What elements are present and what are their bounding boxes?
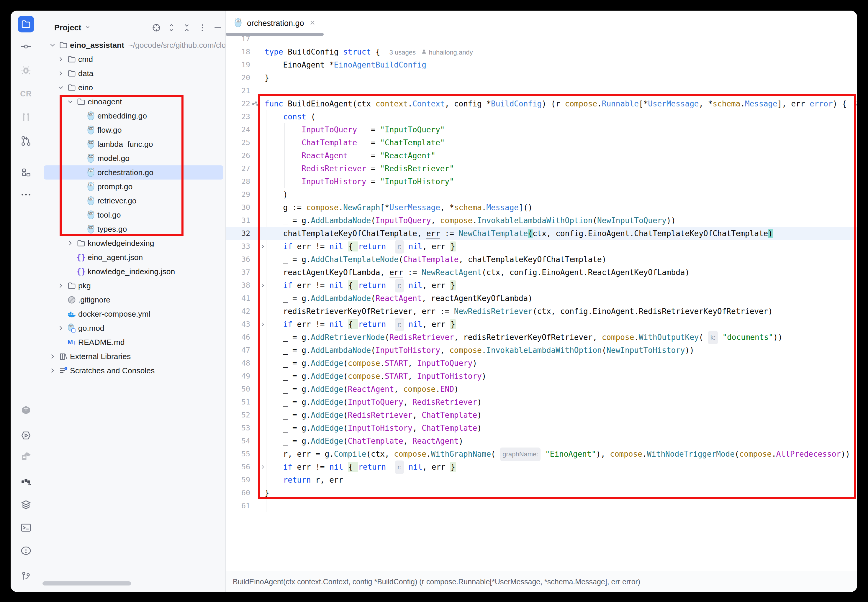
tree-item-docker-compose-yml[interactable]: docker-compose.yml: [41, 307, 225, 321]
tree-item-go-mod[interactable]: go.mod: [41, 321, 225, 335]
tree-item-prompt-go[interactable]: prompt.go: [41, 180, 225, 194]
chevron-right-icon[interactable]: [57, 55, 65, 63]
tree-item-eino-assistant[interactable]: eino_assistant~/gocode/src/github.com/cl…: [41, 38, 225, 52]
chevron-down-icon[interactable]: [66, 98, 74, 106]
code-line-26[interactable]: 26 ReactAgent = "ReactAgent": [226, 149, 857, 162]
tree-item-orchestration-go[interactable]: orchestration.go: [41, 165, 225, 180]
code-line-27[interactable]: 27 RedisRetriever = "RedisRetriever": [226, 162, 857, 175]
terminal-tool-button[interactable]: [18, 519, 34, 536]
tree-item-eino[interactable]: eino: [41, 80, 225, 95]
tree-item-knowledge-indexing-json[interactable]: {}knowledge_indexing.json: [41, 264, 225, 279]
project-panel-horizontal-scrollbar[interactable]: [43, 581, 131, 585]
chevron-right-icon[interactable]: [49, 353, 56, 360]
tree-item-knowledgeindexing[interactable]: knowledgeindexing: [41, 236, 225, 250]
code-line-54[interactable]: 54 _ = g.AddEdge(ChatTemplate, ReactAgen…: [226, 435, 857, 447]
code-line-49[interactable]: 49 _ = g.AddEdge(compose.START, InputToH…: [226, 370, 857, 382]
tree-item-embedding-go[interactable]: embedding.go: [41, 109, 225, 123]
code-line-41[interactable]: 41 _ = g.AddLambdaNode(ReactAgent, react…: [226, 292, 857, 305]
services-tool-button[interactable]: [18, 496, 34, 513]
structure-tool-button[interactable]: [18, 164, 34, 181]
code-vision-gutter-icon[interactable]: [252, 100, 259, 108]
chevron-right-icon[interactable]: [66, 240, 74, 247]
code-line-52[interactable]: 52 _ = g.AddEdge(RedisRetriever, ChatTem…: [226, 408, 857, 422]
tree-item-eino-agent-json[interactable]: {}eino_agent.json: [41, 250, 225, 264]
code-review-tool-button[interactable]: CR: [18, 86, 34, 102]
code-line-51[interactable]: 51 _ = g.AddEdge(InputToQuery, RedisRetr…: [226, 396, 857, 408]
tab-orchestration-go[interactable]: orchestration.go: [230, 11, 320, 36]
author-inlay[interactable]: huhailong.andy: [427, 49, 472, 56]
chevron-right-icon[interactable]: [57, 69, 65, 77]
project-panel-title-dropdown[interactable]: Project: [54, 21, 91, 34]
code-line-37[interactable]: 37 reactAgentKeyOfLambda, err := NewReac…: [226, 266, 857, 279]
code-line-18[interactable]: 18type BuildConfig struct { 3 usages huh…: [226, 45, 857, 58]
panel-options-button[interactable]: [197, 21, 208, 34]
tree-item--gitignore[interactable]: .gitignore: [41, 293, 225, 307]
code-line-46[interactable]: 46 _ = g.AddRetrieverNode(RedisRetriever…: [226, 331, 857, 344]
code-line-47[interactable]: 47 _ = g.AddLambdaNode(InputToHistory, c…: [226, 344, 857, 357]
tree-item-einoagent[interactable]: einoagent: [41, 95, 225, 109]
chevron-right-icon[interactable]: [49, 367, 56, 375]
vcs-graph-tool-button[interactable]: [18, 133, 34, 149]
code-line-43[interactable]: 43 if err != nil { return r: nil, err }: [226, 318, 857, 331]
tree-item-types-go[interactable]: types.go: [41, 222, 225, 236]
tree-item-model-go[interactable]: model.go: [41, 151, 225, 165]
code-line-36[interactable]: 36 _ = g.AddChatTemplateNode(ChatTemplat…: [226, 253, 857, 266]
tree-item-cmd[interactable]: cmd: [41, 52, 225, 66]
chevron-right-icon[interactable]: [57, 324, 65, 332]
tree-item-external-libraries[interactable]: External Libraries: [41, 349, 225, 364]
code-line-24[interactable]: 24 InputToQuery = "InputToQuery": [226, 123, 857, 136]
code-line-23[interactable]: 23 const (: [226, 110, 857, 123]
code-line-19[interactable]: 19 EinoAgent *EinoAgentBuildConfig: [226, 58, 857, 71]
code-line-32[interactable]: 32 chatTemplateKeyOfChatTemplate, err :=…: [226, 227, 857, 240]
code-line-33[interactable]: 33 if err != nil { return r: nil, err }: [226, 240, 857, 253]
more-tools-button[interactable]: [18, 186, 34, 203]
code-line-22[interactable]: 22func BuildEinoAgent(ctx context.Contex…: [226, 97, 857, 110]
code-line-29[interactable]: 29 ): [226, 188, 857, 201]
code-line-61[interactable]: 61: [226, 499, 857, 512]
chevron-down-icon[interactable]: [49, 41, 56, 49]
profiler-tool-button[interactable]: [18, 473, 34, 490]
collapse-all-button[interactable]: [181, 21, 193, 34]
code-line-53[interactable]: 53 _ = g.AddEdge(InputToHistory, ChatTem…: [226, 422, 857, 435]
tree-item-scratches-and-consoles[interactable]: Scratches and Consoles: [41, 364, 225, 378]
code-line-25[interactable]: 25 ChatTemplate = "ChatTemplate": [226, 136, 857, 149]
code-line-50[interactable]: 50 _ = g.AddEdge(ReactAgent, compose.END…: [226, 382, 857, 396]
code-line-38[interactable]: 38 if err != nil { return r: nil, err }: [226, 279, 857, 292]
run-tool-button[interactable]: [18, 427, 34, 444]
code-line-31[interactable]: 31 _ = g.AddLambdaNode(InputToQuery, com…: [226, 214, 857, 227]
tree-item-tool-go[interactable]: tool.go: [41, 208, 225, 222]
tree-item-data[interactable]: data: [41, 66, 225, 80]
code-line-48[interactable]: 48 _ = g.AddEdge(compose.START, InputToQ…: [226, 357, 857, 370]
code-line-60[interactable]: 60}: [226, 487, 857, 499]
project-tool-button[interactable]: [18, 16, 34, 32]
expand-all-button[interactable]: [166, 21, 177, 34]
code-line-55[interactable]: 55 r, err = g.Compile(ctx, compose.WithG…: [226, 447, 857, 461]
version-control-tool-button[interactable]: [18, 568, 34, 584]
pull-requests-tool-button[interactable]: [18, 109, 34, 126]
code-line-42[interactable]: 42 redisRetrieverKeyOfRetriever, err := …: [226, 305, 857, 318]
hide-panel-button[interactable]: [212, 21, 224, 34]
debug-tool-button[interactable]: [18, 62, 34, 78]
code-editor[interactable]: 1718type BuildConfig struct { 3 usages h…: [226, 36, 857, 570]
tree-item-flow-go[interactable]: flow.go: [41, 123, 225, 137]
code-line-59[interactable]: 59 return r, err: [226, 473, 857, 487]
tree-item-lambda-func-go[interactable]: lambda_func.go: [41, 137, 225, 151]
tree-item-pkg[interactable]: pkg: [41, 279, 225, 293]
commit-tool-button[interactable]: [18, 38, 34, 55]
code-line-21[interactable]: 21: [226, 84, 857, 97]
close-tab-icon[interactable]: [309, 19, 316, 28]
problems-tool-button[interactable]: [18, 542, 34, 559]
code-line-28[interactable]: 28 InputToHistory = "InputToHistory": [226, 175, 857, 188]
code-line-20[interactable]: 20}: [226, 71, 857, 84]
locate-file-button[interactable]: [151, 21, 162, 34]
chevron-right-icon[interactable]: [57, 282, 65, 290]
code-line-17[interactable]: 17: [226, 36, 857, 45]
code-line-30[interactable]: 30 g := compose.NewGraph[*UserMessage, *…: [226, 201, 857, 214]
packages-tool-button[interactable]: [18, 402, 34, 419]
tree-item-retriever-go[interactable]: retriever.go: [41, 194, 225, 208]
code-line-56[interactable]: 56 if err != nil { return r: nil, err }: [226, 461, 857, 473]
usages-inlay[interactable]: 3 usages: [389, 49, 421, 56]
chevron-down-icon[interactable]: [57, 84, 65, 91]
tree-item-readme-md[interactable]: M↓README.md: [41, 335, 225, 349]
notebook-tool-button[interactable]: [18, 448, 34, 465]
